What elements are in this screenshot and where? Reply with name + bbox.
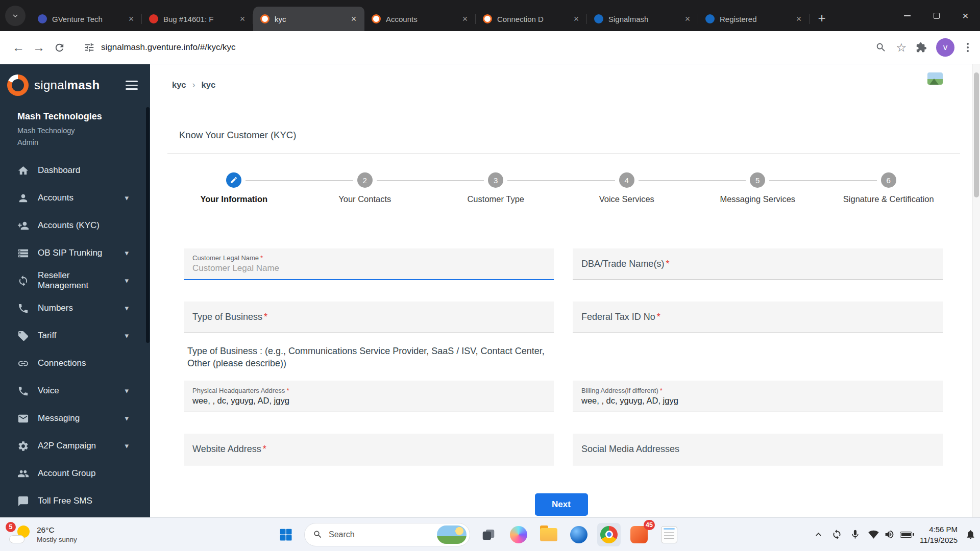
forward-button[interactable]: → (29, 37, 49, 58)
social-media-addresses-field[interactable]: Social Media Addresses (573, 434, 943, 465)
sidebar-item-dashboard[interactable]: Dashboard (0, 157, 150, 184)
url-text[interactable]: signalmash.gventure.info/#/kyc/kyc (101, 42, 236, 53)
step-customer-type[interactable]: 3 Customer Type (430, 172, 561, 204)
task-view-button[interactable] (477, 523, 500, 546)
browser-menu-icon[interactable] (964, 40, 972, 55)
microphone-icon[interactable] (850, 529, 861, 540)
back-button[interactable]: ← (8, 37, 29, 58)
file-explorer-button[interactable] (537, 523, 560, 546)
task-view-icon (481, 527, 496, 542)
notepad-button[interactable] (657, 523, 681, 546)
update-sync-icon[interactable] (831, 529, 842, 540)
pencil-icon (230, 176, 238, 184)
sidebar-item-label: Reseller Management (38, 270, 116, 291)
new-tab-button[interactable]: + (813, 9, 831, 27)
tray-chevron-up-icon[interactable] (813, 529, 824, 540)
sidebar-item-label: Dashboard (38, 165, 80, 176)
taskbar-weather-widget[interactable]: 5 26°C Mostly sunny (3, 518, 83, 551)
toolbar-search-icon[interactable] (875, 42, 887, 53)
billing-address-field[interactable]: Billing Address(if different)* wee, , dc… (573, 381, 943, 412)
tab-close-icon[interactable]: × (793, 13, 804, 24)
tab-kyc-active[interactable]: kyc × (253, 7, 364, 31)
weather-text: 26°C Mostly sunny (37, 525, 77, 543)
window-minimize-button[interactable] (893, 0, 922, 31)
reload-button[interactable] (49, 37, 69, 58)
step-your-contacts[interactable]: 2 Your Contacts (300, 172, 431, 204)
sidebar-item-voice[interactable]: Voice ▾ (0, 377, 150, 405)
sidebar-item-tariff[interactable]: Tariff ▾ (0, 322, 150, 349)
tab-close-icon[interactable]: × (459, 13, 471, 24)
search-placeholder: Search (329, 530, 431, 539)
customer-legal-name-field[interactable]: Customer Legal Name* (184, 248, 554, 280)
windows-logo-icon (278, 527, 293, 542)
taskbar-clock[interactable]: 4:56 PM 11/19/2025 (920, 524, 958, 545)
step-voice-services[interactable]: 4 Voice Services (561, 172, 693, 204)
customer-legal-name-input[interactable] (192, 263, 545, 273)
federal-tax-id-field[interactable]: Federal Tax ID No* (573, 302, 943, 333)
tab-connection[interactable]: Connection D × (476, 7, 587, 31)
header-image[interactable] (927, 72, 943, 85)
taskbar-search[interactable]: Search (304, 523, 470, 546)
tray-network-volume-battery[interactable] (868, 529, 912, 540)
extensions-icon[interactable] (916, 42, 927, 53)
window-close-button[interactable]: × (951, 0, 980, 31)
sidebar-item-numbers[interactable]: Numbers ▾ (0, 294, 150, 322)
tab-registered[interactable]: Registered × (698, 7, 810, 31)
chevron-down-icon: ▾ (125, 331, 129, 340)
field-label: Customer Legal Name* (192, 254, 545, 262)
breadcrumb-item[interactable]: kyc (202, 80, 216, 90)
tab-close-icon[interactable]: × (237, 13, 248, 24)
copilot-button[interactable] (507, 523, 530, 546)
profile-avatar[interactable]: v (936, 38, 954, 57)
field-value: wee, , dc, yguyg, AD, jgyg (192, 396, 545, 406)
sidebar-item-toll-free-sms[interactable]: Toll Free SMS (0, 487, 150, 515)
dba-trade-name-field[interactable]: DBA/Trade Name(s)* (573, 248, 943, 280)
required-mark: * (657, 312, 660, 322)
sidebar-hamburger-icon[interactable] (124, 79, 140, 92)
sidebar-item-account-group[interactable]: Account Group (0, 460, 150, 487)
tab-signalmash[interactable]: Signalmash × (587, 7, 698, 31)
tab-favicon-icon (594, 14, 603, 23)
tab-close-icon[interactable]: × (571, 13, 582, 24)
tab-close-icon[interactable]: × (682, 13, 693, 24)
sidebar: signalmash Mash Technologies Mash Techno… (0, 64, 150, 517)
sidebar-item-a2p-campaign[interactable]: A2P Campaign ▾ (0, 432, 150, 460)
sidebar-item-messaging[interactable]: Messaging ▾ (0, 405, 150, 432)
notification-bell-icon[interactable] (965, 529, 976, 540)
tab-list: GVenture Tech × Bug #14601: F × kyc × Ac… (31, 0, 810, 31)
start-button[interactable] (274, 523, 298, 546)
website-address-field[interactable]: Website Address* (184, 434, 554, 465)
tab-bug[interactable]: Bug #14601: F × (142, 7, 253, 31)
tab-close-icon[interactable]: × (126, 13, 137, 24)
sidebar-item-connections[interactable]: Connections (0, 349, 150, 377)
blue-sphere-app-button[interactable] (567, 523, 591, 546)
next-button[interactable]: Next (535, 493, 588, 516)
step-your-information[interactable]: Your Information (168, 172, 300, 204)
sidebar-item-reseller-management[interactable]: Reseller Management ▾ (0, 267, 150, 294)
folder-icon (540, 528, 557, 541)
tab-label: Signalmash (608, 15, 677, 23)
tab-accounts[interactable]: Accounts × (364, 7, 476, 31)
sidebar-scrollbar[interactable] (146, 107, 150, 343)
mail-app-button[interactable]: 45 (627, 523, 651, 546)
address-bar[interactable]: signalmash.gventure.info/#/kyc/kyc (77, 36, 868, 59)
sidebar-item-accounts-kyc[interactable]: Accounts (KYC) (0, 212, 150, 239)
chrome-button[interactable] (597, 523, 621, 546)
site-info-icon[interactable] (84, 42, 95, 53)
sidebar-item-ob-sip-trunking[interactable]: OB SIP Trunking ▾ (0, 239, 150, 267)
window-maximize-button[interactable] (922, 0, 951, 31)
search-highlight-image[interactable] (437, 525, 467, 544)
physical-headquarters-address-field[interactable]: Physical Headquarters Address* wee, , dc… (184, 381, 554, 412)
page-scrollbar[interactable] (972, 64, 980, 517)
bookmark-star-icon[interactable]: ☆ (896, 42, 906, 54)
tab-search-button[interactable] (5, 6, 26, 26)
breadcrumb-item[interactable]: kyc (172, 80, 186, 90)
sidebar-item-accounts[interactable]: Accounts ▾ (0, 184, 150, 212)
scrollbar-thumb[interactable] (974, 72, 979, 197)
tab-gventure[interactable]: GVenture Tech × (31, 7, 142, 31)
tab-close-icon[interactable]: × (348, 13, 359, 24)
tab-label: GVenture Tech (52, 15, 120, 23)
step-messaging-services[interactable]: 5 Messaging Services (692, 172, 823, 204)
step-signature-certification[interactable]: 6 Signature & Certification (823, 172, 954, 204)
type-of-business-field[interactable]: Type of Business* (184, 302, 554, 333)
